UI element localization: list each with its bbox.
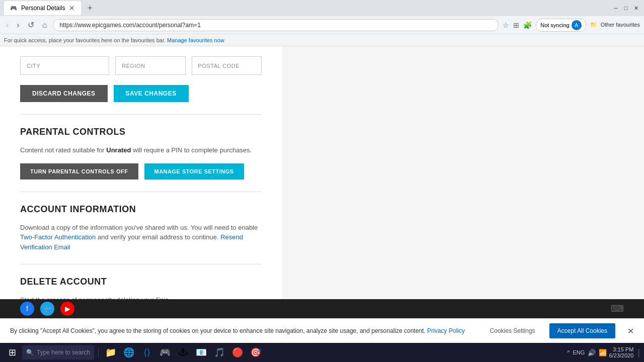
url-text: https://www.epicgames.com/account/person… [59, 22, 200, 29]
taskbar-app-vscode[interactable]: ⟨⟩ [139, 344, 155, 360]
address-fields [20, 56, 262, 75]
nav-icons: ☆ ⊞ 🧩 [503, 21, 532, 29]
form-action-buttons: DISCARD CHANGES SAVE CHANGES [20, 85, 262, 102]
title-bar: 🎮 Personal Details ✕ + ─ □ ✕ [0, 0, 644, 16]
maximize-button[interactable]: □ [622, 4, 630, 12]
privacy-policy-link[interactable]: Privacy Policy [427, 327, 465, 334]
content-area: DISCARD CHANGES SAVE CHANGES PARENTAL CO… [0, 46, 644, 299]
parental-controls-buttons: TURN PARENTAL CONTROLS OFF MANAGE STORE … [20, 163, 262, 179]
cookie-text: By clicking "Accept All Cookies", you ag… [10, 327, 476, 335]
star-icon[interactable]: ☆ [503, 21, 509, 29]
right-space [282, 46, 644, 299]
start-button[interactable]: ⊞ [4, 344, 20, 360]
parental-controls-description: Content not rated suitable for Unrated w… [20, 145, 262, 155]
tab-favicon: 🎮 [10, 5, 17, 12]
footer-right: ⌨ [611, 303, 624, 314]
taskbar-app-6[interactable]: 🔴 [229, 344, 246, 360]
taskbar-app-4[interactable]: 📧 [193, 344, 209, 360]
delete-account-section: DELETE ACCOUNT Start the process of perm… [20, 277, 262, 299]
accept-all-cookies-button[interactable]: Accept All Cookies [549, 323, 615, 338]
taskbar-right: ^ ENG 🔊 📶 3:15 PM 6/23/2020 | [567, 346, 640, 358]
nav-bar: ‹ › ↺ ⌂ https://www.epicgames.com/accoun… [0, 16, 644, 34]
home-button[interactable]: ⌂ [40, 20, 49, 31]
browser-tab[interactable]: 🎮 Personal Details ✕ [4, 1, 81, 15]
search-icon: 🔍 [26, 349, 34, 356]
social-links: f 🐦 ▶ [20, 302, 74, 316]
not-syncing-label: Not syncing [540, 22, 569, 28]
volume-icon[interactable]: 🔊 [588, 349, 596, 356]
system-tray: ^ ENG 🔊 📶 [567, 349, 607, 356]
close-cookie-banner-button[interactable]: ✕ [627, 326, 634, 336]
parental-controls-section: PARENTAL CONTROLS Content not rated suit… [20, 127, 262, 179]
show-desktop-button[interactable]: | [637, 347, 640, 358]
footer: f 🐦 ▶ ⌨ [0, 299, 644, 318]
discard-changes-button[interactable]: DISCARD CHANGES [20, 85, 108, 102]
network-icon[interactable]: 📶 [599, 349, 607, 356]
taskbar-divider-1 [98, 347, 99, 357]
profile-icon: A [572, 20, 582, 30]
search-placeholder-text: Type here to search [37, 349, 90, 356]
clock-time: 3:15 PM [609, 346, 633, 352]
page-layout: 🎮 Personal Details ✕ + ─ □ ✕ ‹ › ↺ ⌂ htt… [0, 0, 644, 362]
tab-title: Personal Details [21, 5, 65, 12]
browser-chrome: 🎮 Personal Details ✕ + ─ □ ✕ ‹ › ↺ ⌂ htt… [0, 0, 644, 46]
extensions-icon[interactable]: 🧩 [523, 21, 532, 29]
language-button[interactable]: ENG [573, 349, 585, 355]
favs-text: For quick access, place your favourites … [4, 37, 166, 43]
delete-account-description: Start the process of permanently deletin… [20, 295, 191, 299]
refresh-button[interactable]: ↺ [26, 19, 36, 31]
manage-favs-link[interactable]: Manage favourites now [167, 37, 224, 43]
window-controls: ─ □ ✕ [612, 4, 640, 12]
delete-account-title: DELETE ACCOUNT [20, 277, 262, 287]
divider-2 [20, 192, 262, 192]
collections-icon[interactable]: ⊞ [513, 21, 519, 29]
taskbar-search-container[interactable]: 🔍 Type here to search [22, 345, 94, 359]
account-information-section: ACCOUNT INFORMATION Download a copy of t… [20, 204, 262, 252]
tray-arrow-icon[interactable]: ^ [567, 349, 570, 355]
minimize-button[interactable]: ─ [612, 4, 620, 12]
other-favorites[interactable]: 📁 Other favourites [590, 22, 640, 28]
facebook-icon[interactable]: f [20, 302, 34, 316]
manage-store-settings-button[interactable]: MANAGE STORE SETTINGS [144, 163, 244, 179]
windows-logo-icon: ⊞ [9, 347, 16, 358]
taskbar-app-epic[interactable]: 🎮 [157, 344, 173, 360]
favorites-bar: For quick access, place your favourites … [0, 34, 644, 46]
cookies-settings-button[interactable]: Cookies Settings [484, 324, 541, 337]
two-factor-auth-link[interactable]: Two-Factor Authentication [20, 233, 96, 241]
new-tab-button[interactable]: + [85, 3, 95, 14]
turn-parental-controls-off-button[interactable]: TURN PARENTAL CONTROLS OFF [20, 163, 138, 179]
taskbar-app-chrome[interactable]: 🌐 [121, 344, 137, 360]
system-clock[interactable]: 3:15 PM 6/23/2020 [609, 346, 633, 358]
divider-3 [20, 264, 262, 264]
clock-date: 6/23/2020 [609, 352, 633, 358]
region-input[interactable] [115, 56, 185, 75]
cookie-banner: By clicking "Accept All Cookies", you ag… [0, 318, 644, 343]
sync-button[interactable]: Not syncing A [536, 19, 586, 32]
taskbar-app-7[interactable]: 🎯 [248, 344, 264, 360]
taskbar-app-steam[interactable]: 🕹 [175, 344, 191, 360]
save-changes-button[interactable]: SAVE CHANGES [114, 85, 189, 102]
footer-icon: ⌨ [611, 303, 624, 314]
account-information-description: Download a copy of the information you'v… [20, 223, 262, 252]
taskbar: ⊞ 🔍 Type here to search 📁 🌐 ⟨⟩ 🎮 🕹 📧 🎵 🔴… [0, 343, 644, 362]
taskbar-app-explorer[interactable]: 📁 [103, 344, 119, 360]
back-button[interactable]: ‹ [4, 20, 11, 31]
city-input[interactable] [20, 56, 109, 75]
close-window-button[interactable]: ✕ [632, 4, 640, 12]
youtube-icon[interactable]: ▶ [60, 302, 74, 316]
content-column: DISCARD CHANGES SAVE CHANGES PARENTAL CO… [0, 46, 282, 299]
forward-button[interactable]: › [15, 20, 21, 31]
address-bar[interactable]: https://www.epicgames.com/account/person… [53, 19, 499, 31]
taskbar-app-5[interactable]: 🎵 [211, 344, 227, 360]
divider-1 [20, 114, 262, 115]
delete-account-row: Start the process of permanently deletin… [20, 295, 262, 299]
account-information-title: ACCOUNT INFORMATION [20, 204, 262, 215]
parental-controls-title: PARENTAL CONTROLS [20, 127, 262, 137]
postal-code-input[interactable] [192, 56, 262, 75]
tab-close-button[interactable]: ✕ [69, 4, 75, 12]
twitter-icon[interactable]: 🐦 [40, 302, 54, 316]
